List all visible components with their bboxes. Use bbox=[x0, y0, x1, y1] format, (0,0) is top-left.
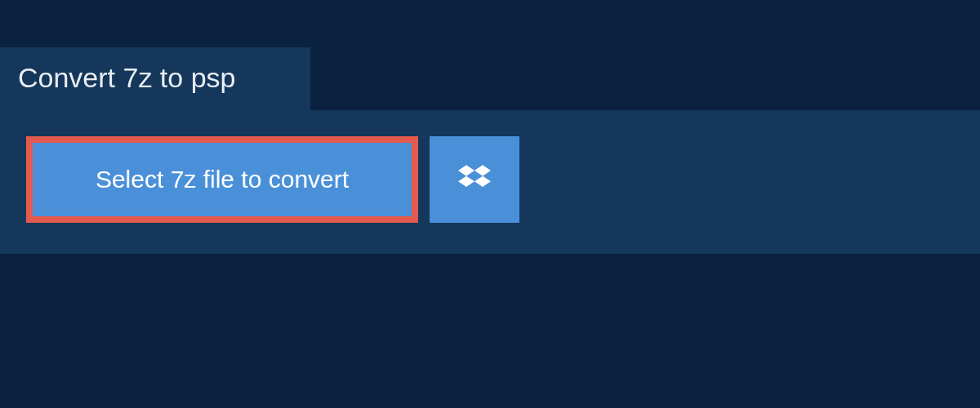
upload-panel: Select 7z file to convert bbox=[0, 110, 980, 254]
tab-title: Convert 7z to psp bbox=[18, 62, 235, 93]
empty-region bbox=[0, 254, 980, 408]
select-file-label: Select 7z file to convert bbox=[96, 166, 349, 193]
tab-convert[interactable]: Convert 7z to psp bbox=[0, 47, 310, 110]
dropbox-icon bbox=[458, 162, 491, 197]
tab-bar: Convert 7z to psp bbox=[0, 0, 980, 110]
select-file-button[interactable]: Select 7z file to convert bbox=[26, 136, 418, 223]
dropbox-button[interactable] bbox=[430, 136, 519, 223]
